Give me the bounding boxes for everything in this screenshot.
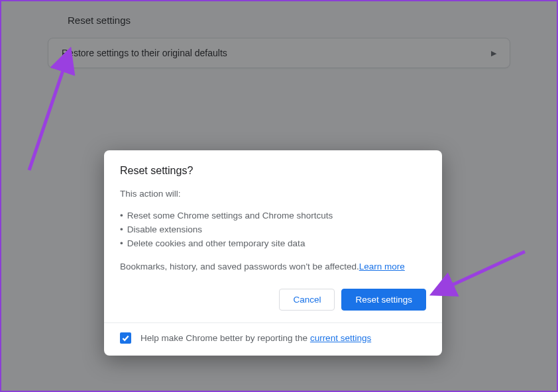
dialog-intro: This action will: (120, 187, 426, 201)
footer-text: Help make Chrome better by reporting the… (140, 333, 371, 343)
dialog-bullet: Reset some Chrome settings and Chrome sh… (120, 209, 426, 223)
reset-settings-dialog: Reset settings? This action will: Reset … (104, 150, 442, 356)
dialog-body: Reset settings? This action will: Reset … (104, 150, 442, 322)
dialog-actions: Cancel Reset settings (120, 289, 426, 311)
dialog-bullet: Delete cookies and other temporary site … (120, 237, 426, 251)
dialog-note: Bookmarks, history, and saved passwords … (120, 260, 426, 274)
current-settings-link[interactable]: current settings (310, 333, 371, 343)
dialog-text: This action will: Reset some Chrome sett… (120, 187, 426, 274)
viewport: Reset settings Restore settings to their… (0, 0, 558, 392)
dialog-note-text: Bookmarks, history, and saved passwords … (120, 262, 359, 271)
reset-settings-button[interactable]: Reset settings (341, 289, 426, 311)
report-settings-checkbox[interactable] (120, 332, 131, 344)
dialog-footer: Help make Chrome better by reporting the… (104, 322, 442, 356)
learn-more-link[interactable]: Learn more (359, 262, 405, 271)
dialog-list: Reset some Chrome settings and Chrome sh… (120, 209, 426, 251)
dialog-title: Reset settings? (120, 165, 426, 177)
cancel-button[interactable]: Cancel (279, 289, 335, 311)
footer-prefix: Help make Chrome better by reporting the (140, 333, 310, 343)
dialog-bullet: Disable extensions (120, 223, 426, 237)
